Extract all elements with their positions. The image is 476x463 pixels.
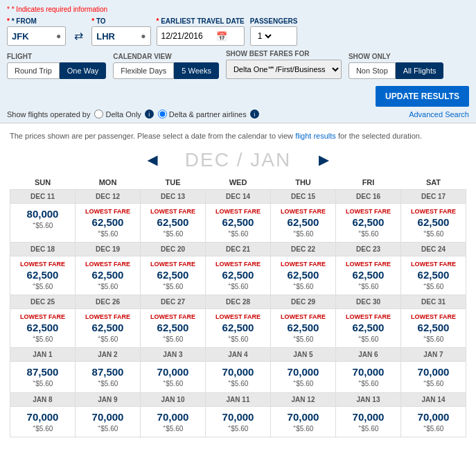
delta-only-label: Delta Only: [105, 110, 141, 119]
fare-cell[interactable]: LOWEST FARE62,500+$5.60: [76, 309, 141, 348]
fare-cell[interactable]: LOWEST FARE62,500+$5.60: [271, 309, 336, 348]
fare-cell[interactable]: LOWEST FARE62,500+$5.60: [76, 256, 141, 295]
calendar-view-toggle: Flexible Days 5 Weeks: [113, 62, 219, 79]
delta-partner-info-icon[interactable]: i: [250, 110, 259, 119]
fare-points: 62,500: [403, 269, 464, 281]
date-header-cell: DEC 26: [76, 295, 141, 309]
fare-cell[interactable]: 87,500+$5.60: [10, 362, 76, 392]
swap-button[interactable]: ⇄: [71, 29, 86, 42]
location-icon-to: ●: [141, 31, 146, 41]
fare-cell[interactable]: 70,000+$5.60: [206, 406, 271, 437]
fare-cell[interactable]: LOWEST FARE62,500+$5.60: [401, 203, 466, 242]
calendar-view-label: CALENDAR VIEW: [113, 53, 219, 60]
date-header-cell: DEC 31: [401, 295, 466, 309]
fare-cell[interactable]: LOWEST FARE62,500+$5.60: [141, 256, 206, 295]
date-header-cell: DEC 17: [401, 189, 466, 203]
fare-cell[interactable]: LOWEST FARE62,500+$5.60: [336, 309, 401, 348]
passengers-select[interactable]: 12345: [255, 30, 274, 42]
flight-results-link[interactable]: flight results: [295, 132, 336, 140]
flexible-days-button[interactable]: Flexible Days: [113, 62, 174, 79]
day-fri: FRI: [336, 175, 401, 190]
fare-cash: +$5.60: [142, 229, 204, 238]
from-input-wrapper[interactable]: JFK ●: [7, 26, 66, 46]
round-trip-button[interactable]: Round Trip: [7, 62, 60, 79]
fare-cash: +$5.60: [207, 281, 269, 290]
calendar-icon: 📅: [216, 31, 227, 42]
fare-cell[interactable]: 70,000+$5.60: [206, 362, 271, 392]
fare-cell[interactable]: LOWEST FARE62,500+$5.60: [206, 256, 271, 295]
to-input-wrapper[interactable]: LHR ●: [91, 26, 150, 46]
non-stop-button[interactable]: Non Stop: [349, 62, 396, 79]
fare-label-text: LOWEST FARE: [12, 313, 73, 320]
fare-cash: +$5.60: [207, 423, 269, 433]
calendar-table: SUN MON TUE WED THU FRI SAT DEC 11DEC 12…: [10, 175, 466, 438]
advanced-search-link[interactable]: Advanced Search: [409, 110, 469, 119]
delta-partner-option[interactable]: Delta & partner airlines i: [158, 110, 259, 119]
fare-cell[interactable]: 70,000+$5.60: [141, 406, 206, 437]
required-asterisk: *: [7, 6, 10, 13]
fare-cell[interactable]: LOWEST FARE62,500+$5.60: [206, 309, 271, 348]
fare-cash: +$5.60: [272, 378, 334, 387]
one-way-button[interactable]: One Way: [60, 62, 106, 79]
fare-cell[interactable]: LOWEST FARE62,500+$5.60: [76, 203, 141, 242]
fare-cell[interactable]: LOWEST FARE62,500+$5.60: [336, 203, 401, 242]
fare-cash: +$5.60: [337, 334, 399, 343]
fare-cell[interactable]: 70,000+$5.60: [141, 362, 206, 392]
fare-cell[interactable]: 70,000+$5.60: [271, 406, 336, 437]
fare-cell[interactable]: LOWEST FARE62,500+$5.60: [206, 203, 271, 242]
fare-cell[interactable]: 70,000+$5.60: [271, 362, 336, 392]
search-row3: Show flights operated by Delta Only i De…: [7, 110, 469, 119]
fare-points: 70,000: [77, 411, 139, 423]
fare-cash: +$5.60: [77, 281, 139, 290]
fare-cell[interactable]: 70,000+$5.60: [10, 406, 76, 437]
fare-label-text: LOWEST FARE: [207, 208, 269, 215]
date-input[interactable]: 12/21/2016: [161, 31, 213, 41]
fare-cell[interactable]: 70,000+$5.60: [336, 406, 401, 437]
five-weeks-button[interactable]: 5 Weeks: [174, 62, 219, 79]
fare-cell[interactable]: LOWEST FARE62,500+$5.60: [401, 309, 466, 348]
fare-points: 62,500: [77, 322, 139, 333]
fare-cell[interactable]: 87,500+$5.60: [76, 362, 141, 392]
fare-cell[interactable]: LOWEST FARE62,500+$5.60: [141, 309, 206, 348]
fare-cell[interactable]: 70,000+$5.60: [76, 406, 141, 437]
fare-cell[interactable]: 70,000+$5.60: [336, 362, 401, 392]
delta-only-option[interactable]: Delta Only i: [94, 110, 153, 119]
delta-only-info-icon[interactable]: i: [145, 110, 154, 119]
fare-cell[interactable]: 70,000+$5.60: [401, 362, 466, 392]
date-header-cell: DEC 23: [336, 242, 401, 256]
date-header-cell: JAN 6: [336, 348, 401, 362]
day-sun: SUN: [10, 175, 76, 190]
day-thu: THU: [271, 175, 336, 190]
fare-cell[interactable]: LOWEST FARE62,500+$5.60: [10, 309, 76, 348]
fare-cell[interactable]: 70,000+$5.60: [401, 406, 466, 437]
prev-month-button[interactable]: ◀: [148, 152, 157, 168]
fare-cell[interactable]: LOWEST FARE62,500+$5.60: [271, 203, 336, 242]
passengers-select-wrapper[interactable]: 12345: [250, 26, 298, 46]
fare-points: 62,500: [337, 269, 399, 281]
fare-cell[interactable]: 80,000+$5.60: [10, 203, 76, 242]
fare-points: 87,500: [12, 366, 73, 378]
fare-cell[interactable]: LOWEST FARE62,500+$5.60: [141, 203, 206, 242]
delta-only-radio[interactable]: [94, 110, 103, 119]
next-month-button[interactable]: ▶: [319, 152, 328, 168]
date-input-wrapper[interactable]: 12/21/2016 📅: [157, 26, 245, 46]
to-input[interactable]: LHR: [96, 31, 138, 42]
fare-points: 62,500: [207, 216, 269, 228]
location-icon: ●: [56, 31, 61, 41]
fare-cell[interactable]: LOWEST FARE62,500+$5.60: [401, 256, 466, 295]
fare-label-text: LOWEST FARE: [77, 208, 139, 215]
from-input[interactable]: JFK: [12, 31, 53, 42]
fare-select[interactable]: Delta One℠/First/Business: [226, 60, 342, 79]
fare-cell[interactable]: LOWEST FARE62,500+$5.60: [336, 256, 401, 295]
fare-points: 62,500: [142, 269, 204, 281]
fare-row: 87,500+$5.6087,500+$5.6070,000+$5.6070,0…: [10, 362, 466, 392]
fare-cell[interactable]: LOWEST FARE62,500+$5.60: [10, 256, 76, 295]
date-header-cell: DEC 18: [10, 242, 76, 256]
fare-cell[interactable]: LOWEST FARE62,500+$5.60: [271, 256, 336, 295]
update-results-button[interactable]: UPDATE RESULTS: [376, 86, 469, 107]
all-flights-button[interactable]: All Flights: [396, 62, 444, 79]
fare-cash: +$5.60: [272, 281, 334, 290]
delta-partner-label: Delta & partner airlines: [169, 110, 247, 119]
delta-partner-radio[interactable]: [158, 110, 167, 119]
fare-points: 70,000: [142, 366, 204, 378]
